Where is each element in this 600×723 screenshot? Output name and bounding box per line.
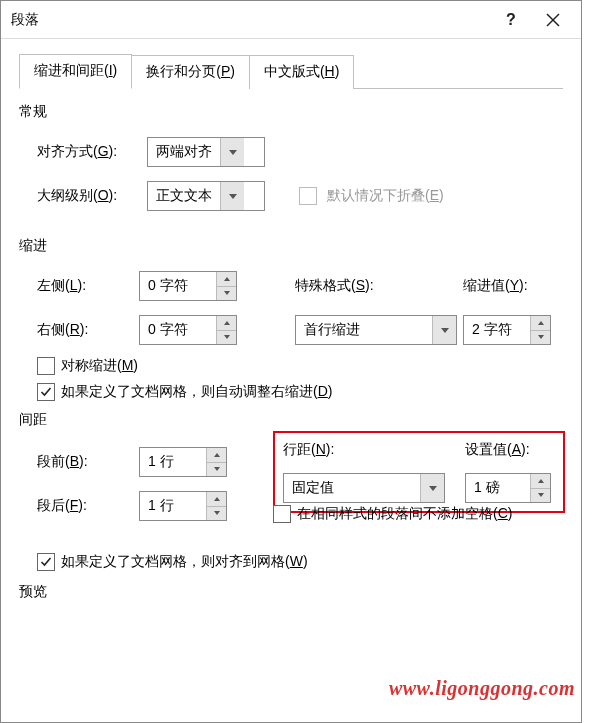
label-by-value: 缩进值(Y): — [463, 277, 563, 295]
label-space-before: 段前(B): — [37, 453, 139, 471]
indent-left-spinner[interactable]: 0 字符 — [139, 271, 237, 301]
chevron-down-icon — [220, 182, 244, 210]
label-space-after: 段后(F): — [37, 497, 139, 515]
spinner-up[interactable] — [531, 316, 550, 331]
spinner-up[interactable] — [531, 474, 550, 489]
label-collapsed-default: 默认情况下折叠(E) — [327, 187, 444, 205]
label-outline-level: 大纲级别(O): — [37, 187, 137, 205]
section-preview: 预览 — [19, 583, 563, 601]
label-at: 设置值(A): — [465, 441, 555, 459]
space-after-spinner[interactable]: 1 行 — [139, 491, 227, 521]
label-alignment: 对齐方式(G): — [37, 143, 137, 161]
spinner-up[interactable] — [217, 316, 236, 331]
spinner-down[interactable] — [207, 507, 226, 521]
section-indent: 缩进 — [19, 237, 563, 255]
alignment-combo[interactable]: 两端对齐 — [147, 137, 265, 167]
section-general: 常规 — [19, 103, 563, 121]
spinner-down[interactable] — [207, 463, 226, 477]
indent-right-spinner[interactable]: 0 字符 — [139, 315, 237, 345]
outline-level-combo[interactable]: 正文文本 — [147, 181, 265, 211]
spinner-down[interactable] — [531, 489, 550, 503]
label-line-spacing: 行距(N): — [283, 441, 453, 459]
section-spacing: 间距 — [19, 411, 563, 429]
close-button[interactable] — [531, 5, 575, 35]
space-before-spinner[interactable]: 1 行 — [139, 447, 227, 477]
line-spacing-at-spinner[interactable]: 1 磅 — [465, 473, 551, 503]
label-auto-adjust-right: 如果定义了文档网格，则自动调整右缩进(D) — [61, 383, 332, 401]
special-indent-combo[interactable]: 首行缩进 — [295, 315, 457, 345]
tab-bar: 缩进和间距(I) 换行和分页(P) 中文版式(H) — [19, 53, 563, 89]
indent-by-spinner[interactable]: 2 字符 — [463, 315, 551, 345]
mirror-indent-checkbox[interactable] — [37, 357, 55, 375]
label-no-space-same-style: 在相同样式的段落间不添加空格(C) — [297, 505, 512, 523]
spinner-down[interactable] — [217, 287, 236, 301]
spinner-up[interactable] — [207, 448, 226, 463]
highlight-box: 行距(N): 设置值(A): 固定值 1 磅 — [273, 431, 565, 513]
help-button[interactable]: ? — [491, 5, 531, 35]
close-icon — [546, 13, 560, 27]
label-mirror-indent: 对称缩进(M) — [61, 357, 138, 375]
auto-adjust-right-checkbox[interactable] — [37, 383, 55, 401]
window-title: 段落 — [11, 11, 39, 29]
watermark: www.ligonggong.com — [389, 677, 581, 700]
label-indent-left: 左侧(L): — [37, 277, 139, 295]
spinner-down[interactable] — [531, 331, 550, 345]
tab-line-page-breaks[interactable]: 换行和分页(P) — [131, 55, 250, 89]
spinner-down[interactable] — [217, 331, 236, 345]
chevron-down-icon — [220, 138, 244, 166]
line-spacing-combo[interactable]: 固定值 — [283, 473, 445, 503]
label-special: 特殊格式(S): — [295, 277, 441, 295]
spinner-up[interactable] — [217, 272, 236, 287]
tab-indent-spacing[interactable]: 缩进和间距(I) — [19, 54, 132, 89]
label-snap-to-grid: 如果定义了文档网格，则对齐到网格(W) — [61, 553, 308, 571]
snap-to-grid-checkbox[interactable] — [37, 553, 55, 571]
no-space-same-style-checkbox[interactable] — [273, 505, 291, 523]
spinner-up[interactable] — [207, 492, 226, 507]
tab-chinese-layout[interactable]: 中文版式(H) — [249, 55, 354, 89]
chevron-down-icon — [420, 474, 444, 502]
chevron-down-icon — [432, 316, 456, 344]
collapsed-default-checkbox — [299, 187, 317, 205]
label-indent-right: 右侧(R): — [37, 321, 139, 339]
